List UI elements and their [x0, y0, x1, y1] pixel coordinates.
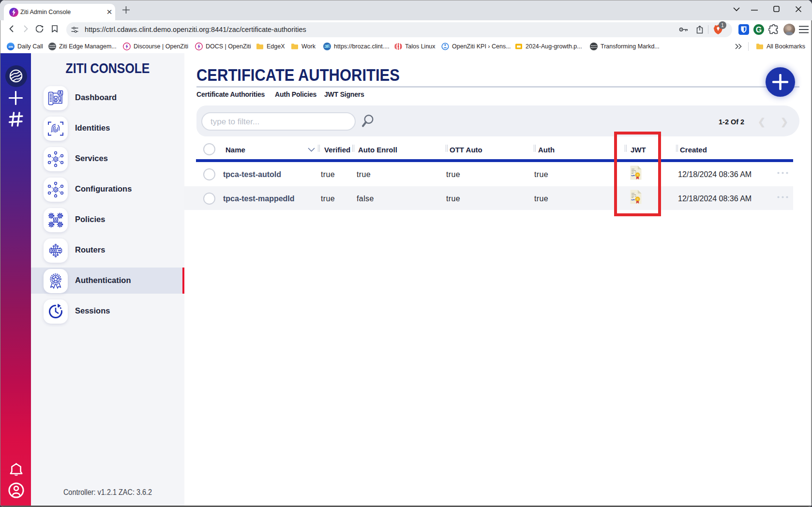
svg-text:zm: zm	[8, 45, 13, 48]
svg-text:G: G	[756, 26, 762, 34]
